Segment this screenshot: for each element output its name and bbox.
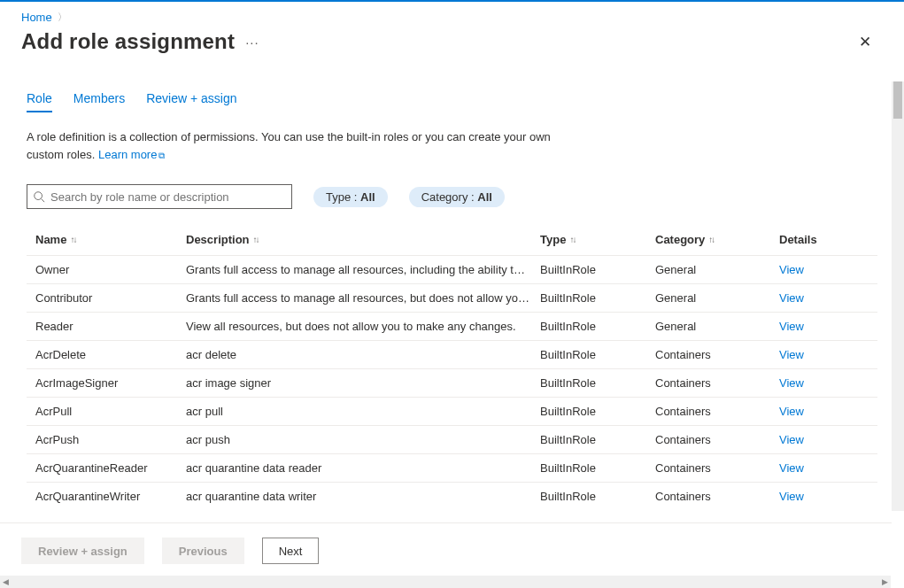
role-name: AcrPull xyxy=(35,405,186,418)
filter-category[interactable]: Category : All xyxy=(409,187,505,207)
table-row[interactable]: ReaderView all resources, but does not a… xyxy=(27,312,877,340)
search-field[interactable] xyxy=(45,190,286,204)
role-type: BuiltInRole xyxy=(540,461,655,475)
view-details-link[interactable]: View xyxy=(779,490,868,503)
role-name: AcrQuarantineReader xyxy=(35,461,186,475)
role-category: Containers xyxy=(655,461,779,475)
filter-type[interactable]: Type : All xyxy=(313,187,388,207)
sort-icon: ↑↓ xyxy=(253,235,259,244)
search-icon xyxy=(33,190,45,203)
tab-review-assign[interactable]: Review + assign xyxy=(146,91,236,112)
role-category: General xyxy=(655,291,779,305)
role-description: acr pull xyxy=(186,405,540,418)
role-category: Containers xyxy=(655,348,779,361)
table-header: Name↑↓ Description↑↓ Type↑↓ Category↑↓ D… xyxy=(27,223,877,255)
role-name: AcrImageSigner xyxy=(35,376,186,390)
learn-more-link[interactable]: Learn more⧉ xyxy=(98,148,165,161)
breadcrumb-home[interactable]: Home xyxy=(21,11,52,24)
table-row[interactable]: AcrPushacr pushBuiltInRoleContainersView xyxy=(27,425,877,453)
table-row[interactable]: ContributorGrants full access to manage … xyxy=(27,283,877,312)
role-description: acr delete xyxy=(186,348,540,361)
role-name: AcrDelete xyxy=(35,348,186,361)
vertical-scrollbar[interactable] xyxy=(892,81,904,511)
role-category: Containers xyxy=(655,490,779,503)
table-row[interactable]: AcrQuarantineWriteracr quarantine data w… xyxy=(27,482,877,510)
table-row[interactable]: AcrQuarantineReaderacr quarantine data r… xyxy=(27,453,877,482)
chevron-right-icon: 〉 xyxy=(58,11,67,24)
view-details-link[interactable]: View xyxy=(779,376,868,390)
previous-button: Previous xyxy=(162,538,244,564)
view-details-link[interactable]: View xyxy=(779,433,868,446)
next-button[interactable]: Next xyxy=(262,538,320,564)
view-details-link[interactable]: View xyxy=(779,461,868,475)
table-row[interactable]: AcrImageSigneracr image signerBuiltInRol… xyxy=(27,368,877,397)
role-description: acr quarantine data writer xyxy=(186,490,540,503)
footer-bar: Review + assign Previous Next xyxy=(0,522,892,576)
external-link-icon: ⧉ xyxy=(158,151,165,160)
svg-line-1 xyxy=(42,199,45,203)
scrollbar-thumb[interactable] xyxy=(893,81,902,119)
close-icon[interactable]: ✕ xyxy=(853,29,877,54)
table-row[interactable]: AcrPullacr pullBuiltInRoleContainersView xyxy=(27,397,877,425)
table-row[interactable]: OwnerGrants full access to manage all re… xyxy=(27,255,877,283)
tab-role[interactable]: Role xyxy=(27,91,52,112)
more-menu-icon[interactable]: ··· xyxy=(235,35,270,50)
role-type: BuiltInRole xyxy=(540,348,655,361)
role-name: Owner xyxy=(35,263,186,276)
view-details-link[interactable]: View xyxy=(779,263,868,276)
column-details: Details xyxy=(779,233,868,246)
sort-icon: ↑↓ xyxy=(708,235,714,244)
role-category: Containers xyxy=(655,433,779,446)
view-details-link[interactable]: View xyxy=(779,348,868,361)
column-type[interactable]: Type↑↓ xyxy=(540,233,655,246)
role-category: Containers xyxy=(655,376,779,390)
role-type: BuiltInRole xyxy=(540,490,655,503)
role-category: General xyxy=(655,263,779,276)
role-description: acr push xyxy=(186,433,540,446)
scroll-right-icon[interactable]: ▶ xyxy=(882,577,888,586)
role-name: Contributor xyxy=(35,291,186,305)
roles-table: Name↑↓ Description↑↓ Type↑↓ Category↑↓ D… xyxy=(27,223,877,510)
page-title: Add role assignment xyxy=(21,29,235,54)
sort-icon: ↑↓ xyxy=(70,235,75,244)
role-type: BuiltInRole xyxy=(540,291,655,305)
role-name: AcrQuarantineWriter xyxy=(35,490,186,503)
role-description: Grants full access to manage all resourc… xyxy=(186,291,540,305)
column-description[interactable]: Description↑↓ xyxy=(186,233,540,246)
role-category: General xyxy=(655,320,779,333)
role-category: Containers xyxy=(655,405,779,418)
role-description: Grants full access to manage all resourc… xyxy=(186,263,540,276)
page-description: A role definition is a collection of per… xyxy=(27,128,584,163)
view-details-link[interactable]: View xyxy=(779,405,868,418)
horizontal-scrollbar[interactable]: ◀ ▶ xyxy=(0,576,891,588)
review-assign-button: Review + assign xyxy=(21,538,144,564)
role-name: Reader xyxy=(35,320,186,333)
role-name: AcrPush xyxy=(35,433,186,446)
role-description: acr quarantine data reader xyxy=(186,461,540,475)
role-type: BuiltInRole xyxy=(540,405,655,418)
svg-point-0 xyxy=(35,192,42,200)
role-type: BuiltInRole xyxy=(540,320,655,333)
breadcrumb: Home 〉 xyxy=(21,11,883,24)
scroll-left-icon[interactable]: ◀ xyxy=(3,577,9,586)
view-details-link[interactable]: View xyxy=(779,320,868,333)
role-type: BuiltInRole xyxy=(540,433,655,446)
role-description: acr image signer xyxy=(186,376,540,390)
view-details-link[interactable]: View xyxy=(779,291,868,305)
role-type: BuiltInRole xyxy=(540,263,655,276)
search-input[interactable] xyxy=(27,184,292,209)
sort-icon: ↑↓ xyxy=(569,235,575,244)
column-name[interactable]: Name↑↓ xyxy=(35,233,186,246)
role-type: BuiltInRole xyxy=(540,376,655,390)
tab-members[interactable]: Members xyxy=(73,91,125,112)
role-description: View all resources, but does not allow y… xyxy=(186,320,540,333)
tabs: RoleMembersReview + assign xyxy=(27,91,877,112)
table-row[interactable]: AcrDeleteacr deleteBuiltInRoleContainers… xyxy=(27,340,877,368)
column-category[interactable]: Category↑↓ xyxy=(655,233,779,246)
